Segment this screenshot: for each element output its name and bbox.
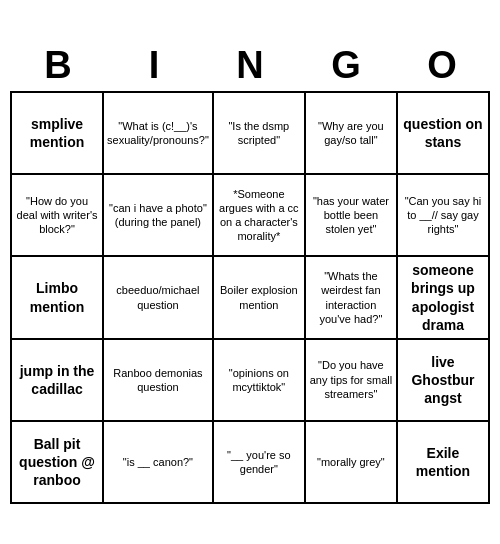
bingo-cell-16[interactable]: Ranboo demonias question [104, 340, 214, 422]
bingo-cell-4[interactable]: question on stans [398, 93, 490, 175]
header-g: G [298, 40, 394, 91]
bingo-cell-15[interactable]: jump in the cadillac [12, 340, 104, 422]
bingo-cell-21[interactable]: "is __ canon?" [104, 422, 214, 504]
bingo-cell-12[interactable]: Boiler explosion mention [214, 257, 306, 340]
header-b: B [10, 40, 106, 91]
bingo-card: B I N G O smplive mention"What is (c!__)… [10, 40, 490, 504]
bingo-cell-14[interactable]: someone brings up apologist drama [398, 257, 490, 340]
bingo-cell-5[interactable]: "How do you deal with writer's block?" [12, 175, 104, 257]
header-o: O [394, 40, 490, 91]
bingo-cell-24[interactable]: Exile mention [398, 422, 490, 504]
bingo-cell-2[interactable]: "Is the dsmp scripted" [214, 93, 306, 175]
bingo-cell-1[interactable]: "What is (c!__)'s sexuality/pronouns?" [104, 93, 214, 175]
header-n: N [202, 40, 298, 91]
bingo-cell-0[interactable]: smplive mention [12, 93, 104, 175]
bingo-cell-20[interactable]: Ball pit question @ ranboo [12, 422, 104, 504]
bingo-cell-6[interactable]: "can i have a photo" (during the panel) [104, 175, 214, 257]
bingo-cell-18[interactable]: "Do you have any tips for small streamer… [306, 340, 398, 422]
bingo-cell-22[interactable]: "__ you're so gender" [214, 422, 306, 504]
bingo-cell-13[interactable]: "Whats the weirdest fan interaction you'… [306, 257, 398, 340]
bingo-cell-7[interactable]: *Someone argues with a cc on a character… [214, 175, 306, 257]
bingo-cell-3[interactable]: "Why are you gay/so tall" [306, 93, 398, 175]
bingo-cell-9[interactable]: "Can you say hi to __// say gay rights" [398, 175, 490, 257]
bingo-grid: smplive mention"What is (c!__)'s sexuali… [10, 91, 490, 504]
bingo-cell-8[interactable]: "has your water bottle been stolen yet" [306, 175, 398, 257]
header-i: I [106, 40, 202, 91]
bingo-header: B I N G O [10, 40, 490, 91]
bingo-cell-11[interactable]: cbeeduo/michael question [104, 257, 214, 340]
bingo-cell-17[interactable]: "opinions on mcyttiktok" [214, 340, 306, 422]
bingo-cell-19[interactable]: live Ghostbur angst [398, 340, 490, 422]
bingo-cell-23[interactable]: "morally grey" [306, 422, 398, 504]
bingo-cell-10[interactable]: Limbo mention [12, 257, 104, 340]
